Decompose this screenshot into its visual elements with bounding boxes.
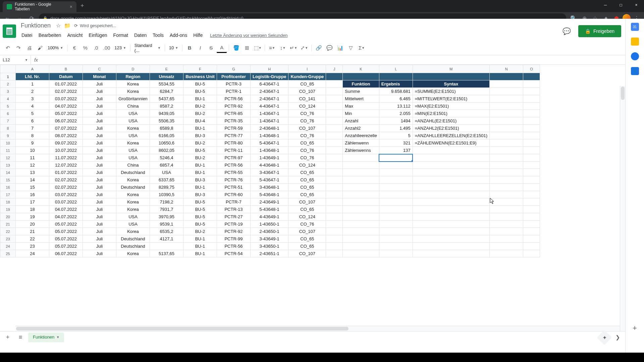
row-header[interactable]: 13 xyxy=(0,162,16,169)
cell[interactable] xyxy=(343,213,379,221)
cell[interactable] xyxy=(326,162,343,169)
cell[interactable]: 05.07.2022 xyxy=(49,110,83,117)
cell[interactable]: Juli xyxy=(83,176,116,184)
cell[interactable] xyxy=(326,213,343,221)
cell[interactable]: 5 xyxy=(379,132,413,139)
italic-button[interactable]: I xyxy=(195,43,205,53)
column-header[interactable]: J xyxy=(326,65,343,73)
cell[interactable] xyxy=(413,154,489,162)
cell[interactable]: 5437,65 xyxy=(150,95,183,103)
text-rotate-button[interactable]: ⤢▼ xyxy=(299,43,309,53)
cell[interactable]: 1.495 xyxy=(379,125,413,132)
cell[interactable] xyxy=(490,235,523,243)
cell[interactable]: BU-3 xyxy=(183,191,217,198)
cell[interactable] xyxy=(379,73,413,80)
row-header[interactable]: 11 xyxy=(0,147,16,154)
cell[interactable] xyxy=(413,184,489,191)
row-header[interactable]: 24 xyxy=(0,243,16,250)
row-header[interactable]: 15 xyxy=(0,176,16,184)
zoom-select[interactable]: 100%▼ xyxy=(46,44,65,52)
cell[interactable] xyxy=(326,250,343,257)
cell[interactable]: China xyxy=(116,162,150,169)
cell[interactable]: Juli xyxy=(83,80,116,88)
cell[interactable]: USA xyxy=(150,169,183,176)
cell[interactable]: 05.07.2022 xyxy=(49,243,83,250)
cell[interactable] xyxy=(343,198,379,206)
text-color-button[interactable]: A xyxy=(217,43,227,53)
cell[interactable] xyxy=(326,147,343,154)
decrease-decimal-button[interactable]: .0 xyxy=(91,43,101,53)
cell[interactable]: BU-5 xyxy=(183,147,217,154)
cell[interactable]: Summe xyxy=(343,88,379,95)
column-header[interactable]: F xyxy=(183,65,217,73)
contacts-icon[interactable]: 👤 xyxy=(631,67,639,75)
menu-einfügen[interactable]: Einfügen xyxy=(86,31,110,39)
cell[interactable]: CO_65 xyxy=(288,184,326,191)
cell[interactable] xyxy=(326,88,343,95)
cell[interactable]: BU-3 xyxy=(183,176,217,184)
row-header[interactable]: 16 xyxy=(0,184,16,191)
cell[interactable] xyxy=(523,206,540,213)
cell[interactable]: Juli xyxy=(83,243,116,250)
cell[interactable] xyxy=(343,184,379,191)
cell[interactable]: 10 xyxy=(16,147,49,154)
cell[interactable] xyxy=(490,191,523,198)
cell[interactable] xyxy=(523,235,540,243)
bold-button[interactable]: B xyxy=(184,43,195,53)
cell[interactable]: Korea xyxy=(116,250,150,257)
column-header[interactable]: L xyxy=(379,65,413,73)
row-header[interactable]: 2 xyxy=(0,80,16,88)
column-header[interactable]: C xyxy=(83,65,116,73)
cell[interactable] xyxy=(490,176,523,184)
cell[interactable]: PCTR-56 xyxy=(217,243,251,250)
menu-tools[interactable]: Tools xyxy=(150,31,166,39)
cell[interactable]: 05.07.2022 xyxy=(49,235,83,243)
cell[interactable]: 10.07.2022 xyxy=(49,147,83,154)
cell[interactable]: Anzahlleerezelle xyxy=(343,132,379,139)
cell[interactable]: Juli xyxy=(83,154,116,162)
cell[interactable] xyxy=(523,169,540,176)
add-addon-button[interactable]: + xyxy=(633,324,637,333)
cell[interactable] xyxy=(413,243,489,250)
cell[interactable]: Mittelwert xyxy=(343,95,379,103)
cell[interactable]: =MITTELWERT(E2:E1501) xyxy=(413,95,489,103)
cell[interactable]: Min xyxy=(343,110,379,117)
cell[interactable] xyxy=(523,110,540,117)
increase-decimal-button[interactable]: .00 xyxy=(102,43,112,53)
column-header[interactable]: A xyxy=(16,65,49,73)
cell[interactable]: =ZÄHLENWENN(E2:E1501;E9) xyxy=(413,139,489,147)
cell[interactable]: 2-43649-1 xyxy=(251,198,288,206)
cell[interactable]: 24 xyxy=(16,250,49,257)
cell[interactable]: Korea xyxy=(116,139,150,147)
cell[interactable]: CO_65 xyxy=(288,176,326,184)
cell[interactable]: =MIN(E2:E1501) xyxy=(413,110,489,117)
cell[interactable]: 11.07.2022 xyxy=(49,154,83,162)
vertical-scrollbar[interactable] xyxy=(620,86,625,331)
add-sheet-button[interactable]: + xyxy=(3,333,13,343)
cell[interactable] xyxy=(326,117,343,125)
cell[interactable]: CO_85 xyxy=(288,80,326,88)
cell[interactable]: 03.07.2022 xyxy=(49,191,83,198)
cell[interactable] xyxy=(490,213,523,221)
calendar-icon[interactable]: 31 xyxy=(631,23,639,31)
cell[interactable]: BU-3 xyxy=(183,132,217,139)
row-header[interactable]: 25 xyxy=(0,250,16,257)
cell[interactable] xyxy=(326,176,343,184)
cell[interactable]: Juli xyxy=(83,88,116,95)
cell[interactable]: Juli xyxy=(83,184,116,191)
row-header[interactable]: 7 xyxy=(0,117,16,125)
cell[interactable] xyxy=(523,184,540,191)
comments-button[interactable]: 💬 xyxy=(561,25,573,37)
cell[interactable]: PCTR-60 xyxy=(217,191,251,198)
formula-input[interactable] xyxy=(41,55,644,64)
cell[interactable] xyxy=(523,243,540,250)
cell[interactable] xyxy=(343,154,379,162)
cell[interactable] xyxy=(326,132,343,139)
cell[interactable]: Kunden-Gruppe xyxy=(288,73,326,80)
menu-add-ons[interactable]: Add-ons xyxy=(167,31,190,39)
cell[interactable]: 9.658.681 xyxy=(379,88,413,95)
cell[interactable]: 5534,55 xyxy=(150,80,183,88)
row-header[interactable]: 6 xyxy=(0,110,16,117)
column-header[interactable]: D xyxy=(116,65,150,73)
column-header[interactable]: I xyxy=(288,65,326,73)
